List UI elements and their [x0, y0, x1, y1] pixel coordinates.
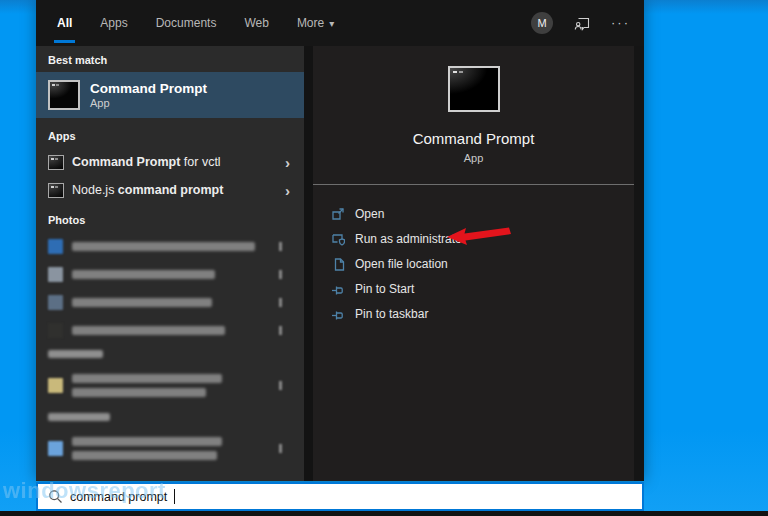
result-title-prefix: Node.js	[72, 183, 118, 197]
tab-apps-label: Apps	[100, 16, 127, 30]
action-label: Pin to Start	[355, 282, 414, 296]
chevron-right-icon[interactable]: ›	[285, 183, 290, 198]
detail-divider	[313, 184, 634, 185]
chevron-down-icon: ▾	[329, 18, 334, 29]
pin-icon	[331, 282, 345, 296]
photo-thumbnail	[48, 441, 63, 456]
action-open-file-location[interactable]: Open file location	[313, 251, 634, 276]
annotation-arrow	[445, 226, 515, 247]
photo-result-row[interactable]	[36, 232, 304, 260]
photo-result-row[interactable]	[36, 288, 304, 316]
pin-icon	[331, 307, 345, 321]
apps-header: Apps	[36, 118, 304, 148]
more-options-icon[interactable]: ···	[611, 18, 630, 28]
tab-web[interactable]: Web	[241, 0, 271, 46]
redacted-text	[72, 326, 225, 335]
app-result-nodejs-command-prompt[interactable]: Node.js command prompt ›	[36, 176, 304, 204]
photo-result-row[interactable]	[36, 426, 304, 470]
redacted-chevron	[279, 298, 282, 307]
redacted-text	[72, 298, 212, 307]
redacted-chevron	[279, 381, 282, 390]
photo-thumbnail	[48, 267, 63, 282]
start-search-flyout: All Apps Documents Web More ▾ M ··· B	[36, 0, 644, 481]
search-query-text: command prompt	[70, 490, 167, 504]
command-prompt-icon	[48, 183, 64, 198]
action-list: Open Run as administrator	[313, 201, 634, 326]
tab-more[interactable]: More ▾	[294, 0, 337, 46]
action-label: Pin to taskbar	[355, 307, 428, 321]
tab-web-label: Web	[244, 16, 268, 30]
photo-result-row[interactable]	[36, 363, 304, 407]
redacted-text	[72, 270, 215, 279]
panel-divider	[304, 46, 313, 481]
photo-result-row[interactable]	[36, 260, 304, 288]
photo-thumbnail	[48, 295, 63, 310]
run-as-admin-icon	[331, 232, 345, 246]
result-title: Command Prompt	[72, 155, 180, 169]
redacted-text	[72, 388, 206, 397]
taskbar-edge	[0, 511, 768, 516]
best-match-result-command-prompt[interactable]: Command Prompt App	[36, 72, 304, 118]
result-detail-panel: Command Prompt App Open	[313, 46, 634, 481]
feedback-icon[interactable]	[573, 15, 591, 32]
command-prompt-icon	[48, 155, 64, 170]
tab-more-label: More	[297, 16, 324, 30]
redacted-section-header	[36, 344, 304, 363]
photo-result-row[interactable]	[36, 316, 304, 344]
result-subtitle: App	[90, 97, 207, 109]
open-icon	[331, 207, 345, 221]
redacted-chevron	[279, 444, 282, 453]
command-prompt-icon	[48, 80, 80, 110]
search-filter-tabbar: All Apps Documents Web More ▾ M ···	[36, 0, 644, 46]
detail-app-title: Command Prompt	[413, 130, 535, 147]
redacted-text	[72, 374, 222, 383]
redacted-chevron	[279, 270, 282, 279]
action-label: Open	[355, 207, 384, 221]
redacted-chevron	[279, 242, 282, 251]
tab-all[interactable]: All	[54, 0, 75, 46]
redacted-section-header	[36, 407, 304, 426]
photo-thumbnail	[48, 378, 63, 393]
redacted-text	[72, 242, 255, 251]
action-pin-to-start[interactable]: Pin to Start	[313, 276, 634, 301]
open-file-location-icon	[331, 257, 345, 271]
photos-header: Photos	[36, 204, 304, 232]
action-pin-to-taskbar[interactable]: Pin to taskbar	[313, 301, 634, 326]
action-label: Open file location	[355, 257, 448, 271]
redacted-text	[72, 437, 222, 446]
search-input[interactable]: command prompt	[36, 482, 644, 511]
text-caret	[174, 489, 175, 504]
detail-app-subtitle: App	[464, 152, 484, 164]
search-results-panel: Best match Command Prompt App Apps Comma…	[36, 46, 304, 481]
window-right-edge	[634, 46, 644, 481]
tab-apps[interactable]: Apps	[97, 0, 130, 46]
app-result-command-prompt-vctl[interactable]: Command Prompt for vctl ›	[36, 148, 304, 176]
tab-all-label: All	[57, 16, 72, 30]
action-open[interactable]: Open	[313, 201, 634, 226]
redacted-chevron	[279, 326, 282, 335]
user-avatar[interactable]: M	[531, 12, 553, 34]
tab-documents[interactable]: Documents	[153, 0, 220, 46]
result-title: command prompt	[118, 183, 224, 197]
search-icon	[48, 489, 63, 504]
chevron-right-icon[interactable]: ›	[285, 155, 290, 170]
result-title-suffix: for vctl	[180, 155, 220, 169]
desktop-background: All Apps Documents Web More ▾ M ··· B	[0, 0, 768, 516]
best-match-header: Best match	[36, 46, 304, 72]
tab-documents-label: Documents	[156, 16, 217, 30]
photo-thumbnail	[48, 323, 63, 338]
photo-thumbnail	[48, 239, 63, 254]
command-prompt-icon	[448, 66, 500, 112]
result-title: Command Prompt	[90, 81, 207, 98]
redacted-text	[72, 451, 217, 460]
